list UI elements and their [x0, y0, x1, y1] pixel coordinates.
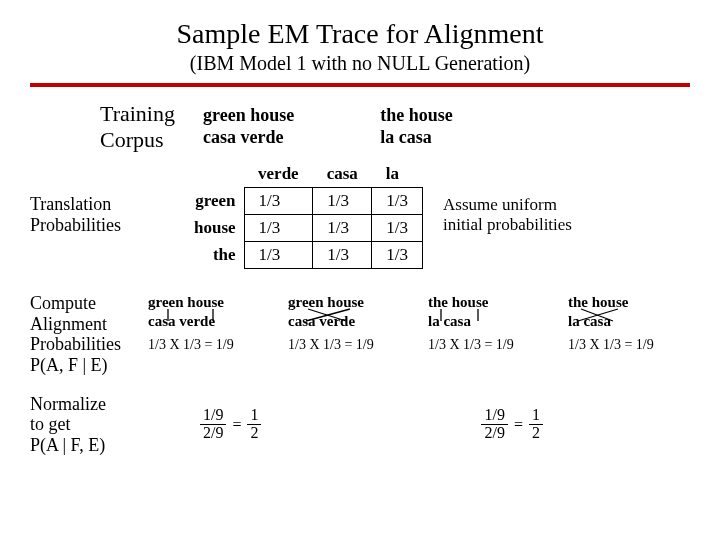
- frac-den: 2/9: [200, 425, 226, 442]
- align-calc: 1/3 X 1/3 = 1/9: [148, 337, 270, 353]
- uniform-note: Assume uniform initial probabilities: [443, 195, 572, 234]
- training-label-2: Corpus: [100, 127, 175, 153]
- align-fr: casa verde: [288, 312, 410, 331]
- frac-num: 1: [529, 407, 543, 425]
- frac-num: 1/9: [481, 407, 507, 425]
- align-en: the house: [428, 293, 550, 312]
- align-calc: 1/3 X 1/3 = 1/9: [568, 337, 690, 353]
- align-fr: la casa: [428, 312, 550, 331]
- corpus-pair-2: the house la casa: [380, 105, 453, 148]
- col-verde: verde: [244, 161, 313, 188]
- prob-label-2: Probabilities: [30, 215, 160, 236]
- alignment-grid: green house casa verde 1/3 X 1/3 = 1/9 g…: [148, 293, 690, 353]
- align-label-1: Compute: [30, 293, 132, 314]
- alignment-section: Compute Alignment Probabilities P(A, F |…: [30, 293, 690, 376]
- cell: 1/3: [244, 215, 313, 242]
- divider: [30, 83, 690, 87]
- alignment-item: the house la casa 1/3 X 1/3 = 1/9: [428, 293, 550, 353]
- row-house: house: [180, 215, 244, 242]
- training-corpus-row: Training Corpus green house casa verde t…: [100, 101, 690, 153]
- translation-prob-label: Translation Probabilities: [30, 194, 160, 235]
- cell: 1/3: [372, 242, 423, 269]
- norm-label-3: P(A | F, E): [30, 435, 160, 456]
- equals-sign: =: [514, 416, 523, 434]
- normalize-section: Normalize to get P(A | F, E) 1/92/9 = 12…: [30, 394, 690, 456]
- cell: 1/3: [244, 242, 313, 269]
- alignment-item: green house casa verde 1/3 X 1/3 = 1/9: [148, 293, 270, 353]
- align-en: green house: [288, 293, 410, 312]
- align-calc: 1/3 X 1/3 = 1/9: [428, 337, 550, 353]
- cell: 1/3: [313, 215, 372, 242]
- corpus-1-fr: casa verde: [203, 127, 294, 149]
- training-corpus-label: Training Corpus: [100, 101, 175, 153]
- col-casa: casa: [313, 161, 372, 188]
- alignment-item: the house la casa 1/3 X 1/3 = 1/9: [568, 293, 690, 353]
- frac-num: 1: [247, 407, 261, 425]
- align-label-4: P(A, F | E): [30, 355, 132, 376]
- align-en: the house: [568, 293, 690, 312]
- normalize-eq-2: 1/92/9 = 12: [481, 407, 542, 442]
- frac-den: 2: [247, 425, 261, 442]
- cell: 1/3: [372, 188, 423, 215]
- corpus-2-fr: la casa: [380, 127, 453, 149]
- normalize-label: Normalize to get P(A | F, E): [30, 394, 160, 456]
- align-fr: la casa: [568, 312, 690, 331]
- norm-label-2: to get: [30, 414, 160, 435]
- prob-label-1: Translation: [30, 194, 160, 215]
- table-row: green 1/3 1/3 1/3: [180, 188, 423, 215]
- table-row: the 1/3 1/3 1/3: [180, 242, 423, 269]
- slide-title: Sample EM Trace for Alignment: [30, 18, 690, 50]
- cell: 1/3: [313, 188, 372, 215]
- alignment-prob-label: Compute Alignment Probabilities P(A, F |…: [30, 293, 132, 376]
- corpus-pair-1: green house casa verde: [203, 105, 294, 148]
- slide-subtitle: (IBM Model 1 with no NULL Generation): [30, 52, 690, 75]
- prob-table-area: Translation Probabilities verde casa la …: [30, 161, 690, 269]
- align-label-3: Probabilities: [30, 334, 132, 355]
- training-label-1: Training: [100, 101, 175, 127]
- note-line-1: Assume uniform: [443, 195, 572, 215]
- prob-table: verde casa la green 1/3 1/3 1/3 house 1/…: [180, 161, 423, 269]
- align-en: green house: [148, 293, 270, 312]
- normalize-eq-1: 1/92/9 = 12: [200, 407, 261, 442]
- corpus-2-en: the house: [380, 105, 453, 127]
- frac-num: 1/9: [200, 407, 226, 425]
- row-green: green: [180, 188, 244, 215]
- frac-den: 2: [529, 425, 543, 442]
- alignment-item: green house casa verde 1/3 X 1/3 = 1/9: [288, 293, 410, 353]
- cell: 1/3: [244, 188, 313, 215]
- note-line-2: initial probabilities: [443, 215, 572, 235]
- align-label-2: Alignment: [30, 314, 132, 335]
- cell: 1/3: [372, 215, 423, 242]
- table-row: house 1/3 1/3 1/3: [180, 215, 423, 242]
- frac-den: 2/9: [481, 425, 507, 442]
- norm-label-1: Normalize: [30, 394, 160, 415]
- corpus-1-en: green house: [203, 105, 294, 127]
- align-fr: casa verde: [148, 312, 270, 331]
- align-calc: 1/3 X 1/3 = 1/9: [288, 337, 410, 353]
- row-the: the: [180, 242, 244, 269]
- col-la: la: [372, 161, 423, 188]
- cell: 1/3: [313, 242, 372, 269]
- equals-sign: =: [232, 416, 241, 434]
